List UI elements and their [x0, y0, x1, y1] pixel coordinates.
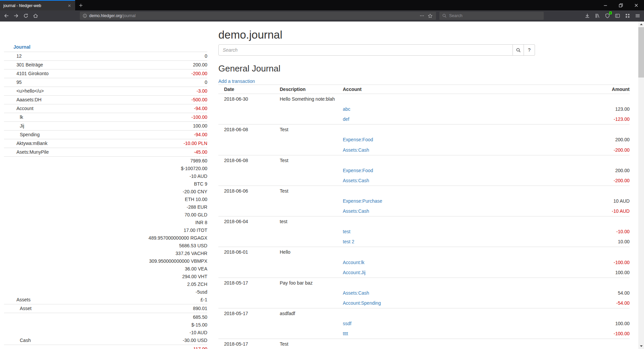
page-actions-icon[interactable] — [418, 12, 426, 19]
posting-account-link[interactable]: Assets:Cash — [343, 147, 369, 153]
posting-account-link[interactable]: Account:Spending — [343, 300, 381, 306]
apps-grid-icon[interactable] — [623, 11, 633, 20]
posting-row: Expense:Food200.00 — [218, 135, 630, 145]
sidebar-account-link[interactable]: Asset — [4, 305, 32, 312]
posting-account-link[interactable]: Assets:Cash — [343, 178, 369, 183]
add-transaction-link[interactable]: Add a transaction — [218, 78, 255, 85]
account-balances: 890.01 — [193, 305, 207, 312]
page-title: demo.journal — [218, 28, 630, 42]
posting-account-link[interactable]: Expense:Food — [343, 168, 373, 173]
sidebar-account-link[interactable]: 301 Beiträge — [4, 61, 43, 69]
window-minimize-button[interactable] — [598, 0, 613, 10]
library-icon[interactable] — [592, 11, 602, 20]
menu-icon[interactable] — [633, 11, 643, 20]
account-balance: $-100720.00 — [149, 165, 207, 172]
sidebar-account-link[interactable]: Assets — [4, 296, 31, 304]
tab-close-icon[interactable] — [66, 2, 73, 9]
extension-icon[interactable]: 0 — [602, 11, 612, 20]
home-button[interactable] — [31, 11, 40, 20]
posting-account-link[interactable]: test — [343, 229, 351, 234]
posting-account-link[interactable]: tttt — [343, 331, 348, 336]
sidebar-account-row: 950 — [4, 78, 207, 87]
posting-amount: 10 AUD — [613, 198, 630, 204]
sidebar-account-link[interactable]: lk — [4, 113, 23, 121]
posting-amount: -100.00 — [614, 331, 630, 336]
account-balance: 17.00 ITOT — [149, 227, 207, 234]
site-info-icon[interactable] — [83, 13, 87, 18]
posting-row: Assets:Cash-200.00 — [218, 176, 630, 186]
search-help-button[interactable]: ? — [524, 44, 535, 56]
transaction-row: 2018-06-08TestExpense:Food200.00Assets:C… — [218, 155, 630, 186]
account-balance: 0 — [205, 79, 207, 86]
sidebar-journal-link[interactable]: Journal — [4, 21, 207, 52]
posting-account-link[interactable]: def — [343, 116, 349, 122]
window-restore-button[interactable] — [613, 0, 629, 10]
bookmark-star-icon[interactable] — [426, 12, 434, 19]
transaction-description: Test — [280, 341, 288, 347]
account-balance: -10 AUD — [183, 329, 207, 337]
transaction-row: 2018-06-04testtest-10.00test 210.00 — [218, 216, 630, 247]
sidebar-account-link[interactable]: Cash — [4, 337, 31, 344]
journal-search-input[interactable] — [218, 44, 513, 56]
transaction-date: 2018-06-08 — [224, 158, 280, 163]
forward-button[interactable] — [11, 11, 21, 20]
search-icon — [516, 48, 521, 53]
sidebar-account-link[interactable]: 12 — [4, 52, 22, 60]
sidebar-account-link[interactable]: Jij — [4, 122, 24, 130]
sidebar-account-link[interactable]: 95 — [4, 79, 22, 86]
sidebar-account-link[interactable]: Aaasets:DH — [4, 96, 42, 104]
downloads-icon[interactable] — [582, 11, 592, 20]
posting-amount: -200.00 — [614, 147, 630, 153]
transaction-description: asdfadf — [280, 311, 295, 316]
posting-account-link[interactable]: Expense:Purchase — [343, 198, 382, 204]
sidebar-account-row: Asets:MunyPile-45.00 — [4, 148, 207, 156]
sidebar-account-link[interactable]: <u>hello</u> — [4, 87, 44, 95]
sidebar-account-link[interactable]: Aktywa:mBank — [4, 140, 48, 147]
posting-account-link[interactable]: Assets:Cash — [343, 208, 369, 214]
posting-amount: 100.00 — [615, 270, 630, 275]
new-tab-button[interactable] — [75, 0, 87, 10]
posting-account-link[interactable]: test 2 — [343, 239, 354, 244]
back-button[interactable] — [1, 11, 11, 20]
posting-amount: -200.00 — [614, 178, 630, 183]
sidebar-account-row: lk-100.00 — [4, 113, 207, 121]
reload-button[interactable] — [21, 11, 31, 20]
scrollbar-down-arrow[interactable] — [638, 343, 644, 349]
sidebar-toggle-icon[interactable] — [612, 11, 623, 20]
transaction-header-line: 2018-05-17asdfadf — [218, 308, 630, 318]
sidebar-account-link[interactable]: Asets:MunyPile — [4, 148, 49, 156]
transaction-header-line: 2018-05-17Test — [218, 339, 630, 349]
journal-table: Date Description Account Amount 2018-06-… — [218, 85, 630, 349]
account-balance: 685.50 — [183, 313, 207, 321]
window-close-button[interactable] — [629, 0, 644, 10]
url-text: demo.hledger.org/journal — [89, 13, 418, 18]
account-balance: 0 — [205, 52, 207, 60]
url-domain: demo.hledger.org — [89, 13, 122, 18]
posting-account-link[interactable]: ssdf — [343, 321, 352, 326]
sidebar-account-link[interactable]: Account — [4, 105, 34, 112]
scrollbar-up-arrow[interactable] — [638, 21, 644, 27]
posting-account-link[interactable]: Account:lk — [343, 260, 365, 265]
sidebar-account-row: Spending-94.00 — [4, 130, 207, 139]
transaction-header-line: 2018-06-08Test — [218, 155, 630, 165]
browser-search-field[interactable]: Search — [439, 12, 544, 20]
sidebar-account-link[interactable]: Spending — [4, 131, 40, 139]
sidebar-account-link[interactable]: 4101 Girokonto — [4, 70, 49, 78]
scrollbar[interactable] — [638, 21, 644, 349]
extension-badge: 0 — [609, 11, 612, 14]
journal-search-button[interactable] — [513, 44, 524, 56]
browser-tab[interactable]: journal - hledger-web — [0, 0, 75, 10]
posting-account-link[interactable]: abc — [343, 106, 351, 112]
posting-row: def-123.00 — [218, 114, 630, 124]
account-balance: -288 EUR — [149, 203, 207, 211]
account-balance: -10.00 PLN — [183, 140, 207, 147]
account-balance: 100.00 — [193, 122, 207, 130]
posting-account-link[interactable]: Assets:Cash — [343, 290, 369, 296]
posting-amount: 100.00 — [615, 321, 630, 326]
posting-account-link[interactable]: Expense:Food — [343, 137, 373, 142]
sidebar-account-row: <u>hello</u>-3.00 — [4, 87, 207, 95]
scrollbar-thumb[interactable] — [638, 27, 644, 78]
posting-account-link[interactable]: Account:Jij — [343, 270, 366, 275]
url-bar[interactable]: demo.hledger.org/journal — [80, 12, 436, 20]
account-balance: -100.00 — [192, 113, 207, 121]
